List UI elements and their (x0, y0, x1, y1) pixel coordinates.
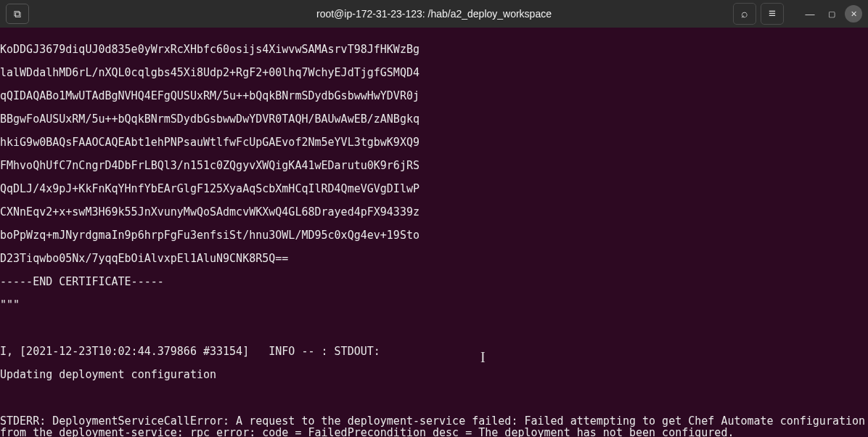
cert-line: boPpWzq+mJNyrdgmaIn9p6hrpFgFu3enfsiSt/hn… (0, 229, 868, 241)
terminal-output[interactable]: KoDDGJ3679diqUJ0d835e0yWrxRcXHbfc60osijs… (0, 28, 868, 437)
minimize-icon: — (806, 9, 815, 20)
cert-line: BBgwFoAUSUxRM/5u++bQqkBNrmSDydbGsbwwDwYD… (0, 113, 868, 125)
search-button[interactable]: ⌕ (733, 3, 756, 25)
minimize-button[interactable]: — (801, 5, 819, 23)
menu-button[interactable]: ≡ (761, 3, 784, 25)
blank-line (0, 392, 868, 404)
window-titlebar: ⧉ root@ip-172-31-23-123: /hab/a2_deploy_… (0, 0, 868, 28)
triple-quote: """ (0, 299, 868, 311)
blank-line (0, 322, 868, 334)
maximize-button[interactable]: ▢ (823, 5, 840, 23)
cert-line: qQIDAQABo1MwUTAdBgNVHQ4EFgQUSUxRM/5u++bQ… (0, 90, 868, 102)
cert-line: QqDLJ/4x9pJ+KkFnKqYHnfYbEArGlgF125XyaAqS… (0, 183, 868, 195)
maximize-icon: ▢ (828, 9, 835, 19)
cert-line: D23Tiqwbo05Nx/7yqqEbOiAlvxpEl1AluN9CNK8R… (0, 253, 868, 264)
close-button[interactable]: ✕ (845, 5, 862, 23)
search-icon: ⌕ (741, 7, 748, 20)
cert-line: lalWDdalhMD6rL/nXQL0cqlgbs45Xi8Udp2+RgF2… (0, 67, 868, 78)
cert-line: KoDDGJ3679diqUJ0d835e0yWrxRcXHbfc60osijs… (0, 44, 868, 55)
cert-line: CXNnEqv2+x+swM3H69k55JnXvunyMwQoSAdmcvWK… (0, 206, 868, 218)
log-line: I, [2021-12-23T10:02:44.379866 #33154] I… (0, 346, 868, 357)
menu-icon: ≡ (769, 7, 776, 21)
new-tab-button[interactable]: ⧉ (6, 4, 29, 24)
cert-line: FMhvoQhUfC7nCngrD4DbFrLBQl3/n151c0ZQgyvX… (0, 160, 868, 171)
stderr-line: STDERR: DeploymentServiceCallError: A re… (0, 415, 868, 437)
log-line: Updating deployment configuration (0, 369, 868, 380)
close-icon: ✕ (851, 9, 857, 19)
cert-line: hkiG9w0BAQsFAAOCAQEAbt1ehPNPsauWtlfwFcUp… (0, 136, 868, 148)
newtab-icon: ⧉ (14, 8, 21, 20)
end-certificate: -----END CERTIFICATE----- (0, 276, 868, 287)
